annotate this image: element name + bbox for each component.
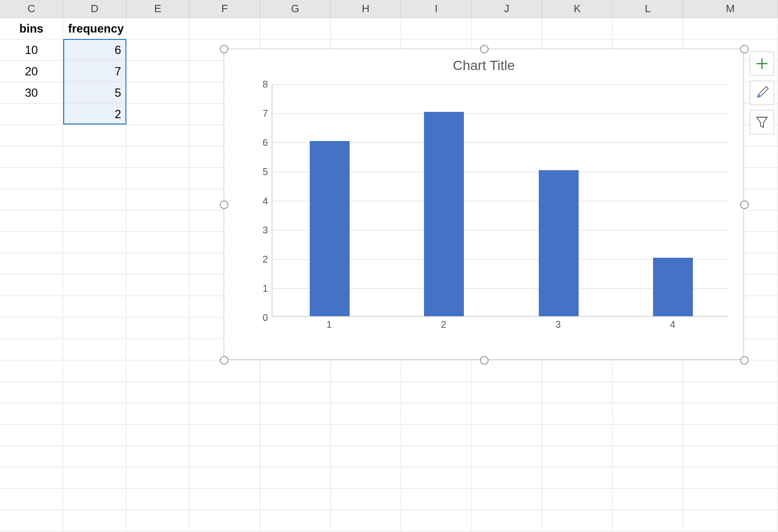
cell[interactable] bbox=[63, 168, 126, 189]
cell[interactable] bbox=[260, 18, 331, 39]
cell[interactable] bbox=[542, 510, 613, 532]
cell[interactable] bbox=[613, 403, 683, 425]
column-header[interactable]: L bbox=[613, 0, 683, 18]
cell[interactable] bbox=[542, 425, 613, 446]
cell[interactable] bbox=[63, 125, 126, 146]
cell[interactable] bbox=[190, 382, 260, 403]
cell[interactable] bbox=[126, 189, 190, 211]
cell[interactable] bbox=[126, 168, 190, 189]
cell[interactable] bbox=[126, 467, 190, 489]
cell[interactable] bbox=[126, 232, 190, 253]
cell[interactable] bbox=[401, 425, 472, 446]
cell[interactable] bbox=[0, 125, 63, 146]
cell[interactable] bbox=[683, 489, 778, 510]
cell[interactable] bbox=[472, 510, 542, 532]
cell[interactable] bbox=[63, 146, 126, 168]
cell[interactable] bbox=[126, 211, 190, 232]
cell-frequency[interactable]: 5 bbox=[63, 82, 126, 104]
bar[interactable] bbox=[653, 258, 693, 316]
cell-frequency[interactable]: 6 bbox=[63, 39, 126, 61]
cell[interactable] bbox=[63, 425, 126, 446]
column-header[interactable]: K bbox=[542, 0, 613, 18]
cell[interactable] bbox=[63, 189, 126, 211]
column-header[interactable]: E bbox=[126, 0, 190, 18]
cell[interactable] bbox=[126, 425, 190, 446]
chart-resize-handle[interactable] bbox=[740, 45, 749, 53]
cell[interactable] bbox=[190, 425, 260, 446]
cell[interactable] bbox=[190, 446, 260, 467]
cell[interactable] bbox=[331, 510, 401, 532]
cell[interactable] bbox=[126, 125, 190, 146]
cell[interactable] bbox=[126, 403, 190, 425]
cell[interactable] bbox=[126, 104, 190, 125]
plot-area[interactable]: 0123456781234 bbox=[253, 84, 729, 330]
cell[interactable] bbox=[472, 425, 542, 446]
cell[interactable] bbox=[126, 489, 190, 510]
chart-resize-handle[interactable] bbox=[480, 356, 489, 365]
cell[interactable] bbox=[63, 467, 126, 489]
cell[interactable] bbox=[542, 360, 613, 382]
cell[interactable] bbox=[0, 467, 63, 489]
cell[interactable] bbox=[260, 425, 331, 446]
cell[interactable] bbox=[683, 510, 778, 532]
cell[interactable] bbox=[260, 446, 331, 467]
cell[interactable] bbox=[331, 18, 401, 39]
chart-resize-handle[interactable] bbox=[220, 356, 229, 365]
cell[interactable] bbox=[0, 275, 63, 296]
cell[interactable] bbox=[126, 360, 190, 382]
cell[interactable] bbox=[613, 18, 683, 39]
cell[interactable] bbox=[126, 296, 190, 318]
cell[interactable] bbox=[0, 489, 63, 510]
cell[interactable] bbox=[260, 382, 331, 403]
cell[interactable] bbox=[542, 467, 613, 489]
cell[interactable] bbox=[472, 467, 542, 489]
cell[interactable] bbox=[401, 18, 472, 39]
cell[interactable] bbox=[260, 403, 331, 425]
cell[interactable] bbox=[0, 382, 63, 403]
cell[interactable] bbox=[126, 39, 190, 61]
cell[interactable] bbox=[472, 446, 542, 467]
cell[interactable] bbox=[0, 146, 63, 168]
cell[interactable] bbox=[613, 467, 683, 489]
cell[interactable] bbox=[0, 189, 63, 211]
cell[interactable] bbox=[542, 18, 613, 39]
cell[interactable] bbox=[331, 489, 401, 510]
cell[interactable] bbox=[63, 275, 126, 296]
cell[interactable] bbox=[126, 275, 190, 296]
header-bins[interactable]: bins bbox=[0, 18, 63, 39]
cell-bin[interactable]: 20 bbox=[0, 61, 63, 82]
cell[interactable] bbox=[331, 360, 401, 382]
cell[interactable] bbox=[190, 489, 260, 510]
cell[interactable] bbox=[190, 510, 260, 532]
cell[interactable] bbox=[126, 382, 190, 403]
column-header[interactable]: J bbox=[472, 0, 542, 18]
cell[interactable] bbox=[190, 403, 260, 425]
cell[interactable] bbox=[0, 425, 63, 446]
cell[interactable] bbox=[401, 510, 472, 532]
cell[interactable] bbox=[683, 18, 778, 39]
cell[interactable] bbox=[472, 489, 542, 510]
cell[interactable] bbox=[401, 403, 472, 425]
cell[interactable] bbox=[0, 403, 63, 425]
cell[interactable] bbox=[126, 61, 190, 82]
cell[interactable] bbox=[542, 446, 613, 467]
cell[interactable] bbox=[401, 382, 472, 403]
cell[interactable] bbox=[190, 467, 260, 489]
cell[interactable] bbox=[126, 510, 190, 532]
cell[interactable] bbox=[613, 510, 683, 532]
bar[interactable] bbox=[424, 112, 464, 316]
cell[interactable] bbox=[331, 425, 401, 446]
cell[interactable] bbox=[331, 467, 401, 489]
cell[interactable] bbox=[63, 232, 126, 253]
column-header[interactable]: G bbox=[260, 0, 331, 18]
cell[interactable] bbox=[126, 318, 190, 339]
chart-elements-button[interactable] bbox=[750, 52, 774, 76]
cell[interactable] bbox=[260, 489, 331, 510]
cell[interactable] bbox=[472, 18, 542, 39]
cell[interactable] bbox=[63, 403, 126, 425]
chart-resize-handle[interactable] bbox=[220, 200, 229, 209]
chart-filters-button[interactable] bbox=[750, 110, 774, 134]
cell[interactable] bbox=[401, 446, 472, 467]
cell-bin[interactable]: 30 bbox=[0, 82, 63, 104]
cell[interactable] bbox=[190, 18, 260, 39]
